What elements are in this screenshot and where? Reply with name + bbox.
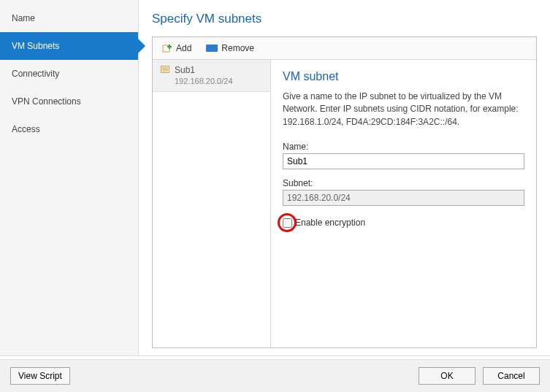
sidebar-item-name[interactable]: Name	[0, 4, 138, 32]
add-subnet-icon	[162, 43, 172, 53]
name-input[interactable]	[283, 153, 524, 169]
detail-description: Give a name to the IP subnet to be virtu…	[283, 91, 524, 128]
name-label: Name:	[283, 142, 524, 152]
sidebar-item-label: Access	[12, 124, 40, 134]
subnet-item-cidr: 192.168.20.0/24	[175, 76, 233, 87]
cancel-button[interactable]: Cancel	[483, 367, 540, 385]
sidebar-item-vpn-connections[interactable]: VPN Connections	[0, 88, 138, 115]
subnet-label: Subnet:	[283, 178, 524, 188]
sidebar-item-label: VPN Connections	[12, 96, 81, 107]
sidebar-item-label: VM Subnets	[12, 41, 59, 51]
ok-button[interactable]: OK	[419, 367, 475, 385]
add-button-label: Add	[176, 43, 191, 53]
subnet-list-item[interactable]: Sub1 192.168.20.0/24	[153, 60, 270, 92]
sidebar-item-label: Name	[12, 13, 35, 23]
sidebar-item-vm-subnets[interactable]: VM Subnets	[0, 32, 138, 60]
content-box: Add Remove Sub1 192.168.20.0/24	[152, 36, 537, 348]
add-button[interactable]: Add	[157, 41, 196, 55]
sidebar-item-access[interactable]: Access	[0, 115, 138, 143]
enable-encryption-checkbox[interactable]	[283, 218, 292, 228]
sidebar: Name VM Subnets Connectivity VPN Connect…	[0, 0, 139, 356]
subnet-list: Sub1 192.168.20.0/24	[153, 60, 271, 347]
detail-pane: VM subnet Give a name to the IP subnet t…	[271, 60, 536, 347]
remove-icon	[206, 45, 218, 52]
subnet-icon	[160, 64, 170, 77]
subnet-item-name: Sub1	[175, 64, 233, 76]
detail-heading: VM subnet	[283, 70, 524, 83]
remove-button-label: Remove	[221, 43, 254, 53]
subnet-input[interactable]	[283, 190, 524, 206]
view-script-button[interactable]: View Script	[10, 367, 70, 385]
sidebar-item-label: Connectivity	[12, 69, 59, 79]
page-title: Specify VM subnets	[152, 12, 537, 26]
footer: View Script OK Cancel	[0, 359, 550, 392]
enable-encryption-label: Enable encryption	[295, 218, 365, 228]
remove-button[interactable]: Remove	[201, 41, 259, 55]
sidebar-item-connectivity[interactable]: Connectivity	[0, 60, 138, 88]
toolbar: Add Remove	[153, 37, 536, 60]
main-pane: Specify VM subnets Add Remove	[139, 0, 550, 356]
